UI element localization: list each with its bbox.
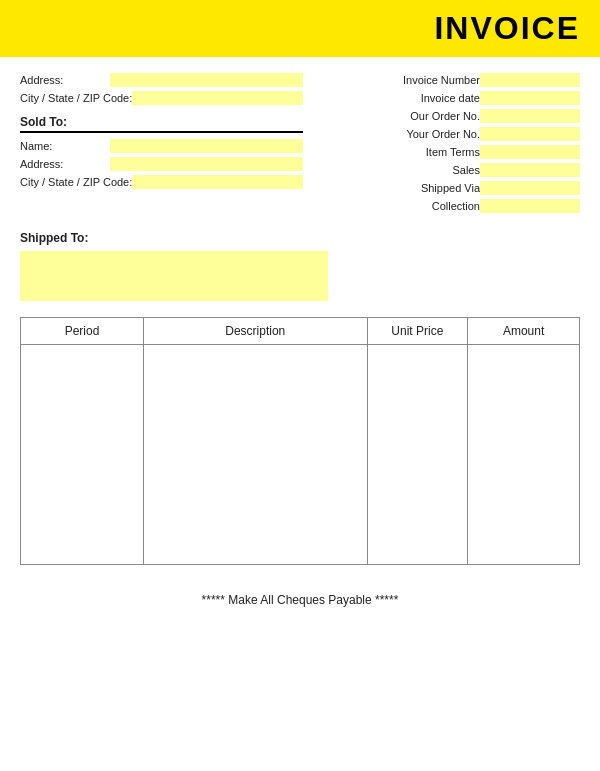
item-terms-row: Item Terms	[323, 145, 580, 159]
address-row: Address:	[20, 73, 303, 87]
footer-text: ***** Make All Cheques Payable *****	[202, 593, 399, 607]
table-row	[21, 345, 580, 565]
invoice-number-field[interactable]	[480, 73, 580, 87]
city-row: City / State / ZIP Code:	[20, 91, 303, 105]
right-column: Invoice Number Invoice date Our Order No…	[313, 73, 580, 217]
col-header-period: Period	[21, 318, 144, 345]
table-cell-description[interactable]	[143, 345, 367, 565]
address2-field[interactable]	[110, 157, 303, 171]
shipped-via-row: Shipped Via	[323, 181, 580, 195]
city2-label: City / State / ZIP Code:	[20, 176, 132, 188]
collection-row: Collection	[323, 199, 580, 213]
table-cell-period[interactable]	[21, 345, 144, 565]
left-column: Address: City / State / ZIP Code: Sold T…	[20, 73, 303, 217]
your-order-label: Your Order No.	[380, 128, 480, 140]
address2-row: Address:	[20, 157, 303, 171]
city2-row: City / State / ZIP Code:	[20, 175, 303, 189]
invoice-table: Period Description Unit Price Amount	[20, 317, 580, 565]
footer: ***** Make All Cheques Payable *****	[0, 593, 600, 607]
invoice-title: INVOICE	[434, 10, 580, 46]
sales-row: Sales	[323, 163, 580, 177]
invoice-date-label: Invoice date	[380, 92, 480, 104]
shipped-to-field[interactable]	[20, 251, 328, 301]
our-order-field[interactable]	[480, 109, 580, 123]
sales-field[interactable]	[480, 163, 580, 177]
main-content: Address: City / State / ZIP Code: Sold T…	[0, 57, 600, 585]
table-header-row: Period Description Unit Price Amount	[21, 318, 580, 345]
name-field[interactable]	[110, 139, 303, 153]
sales-label: Sales	[380, 164, 480, 176]
sold-to-label: Sold To:	[20, 115, 303, 133]
our-order-label: Our Order No.	[380, 110, 480, 122]
sold-to-section: Sold To: Name: Address: City / State / Z…	[20, 115, 303, 189]
invoice-table-section: Period Description Unit Price Amount	[20, 317, 580, 565]
address2-label: Address:	[20, 158, 110, 170]
invoice-number-row: Invoice Number	[323, 73, 580, 87]
top-section: Address: City / State / ZIP Code: Sold T…	[20, 73, 580, 217]
name-row: Name:	[20, 139, 303, 153]
shipped-to-label: Shipped To:	[20, 231, 580, 245]
shipped-via-field[interactable]	[480, 181, 580, 195]
collection-field[interactable]	[480, 199, 580, 213]
shipped-via-label: Shipped Via	[380, 182, 480, 194]
name-label: Name:	[20, 140, 110, 152]
city-label: City / State / ZIP Code:	[20, 92, 132, 104]
city2-field[interactable]	[132, 175, 303, 189]
collection-label: Collection	[380, 200, 480, 212]
address-field[interactable]	[110, 73, 303, 87]
invoice-header: INVOICE	[0, 0, 600, 57]
address-label: Address:	[20, 74, 110, 86]
your-order-row: Your Order No.	[323, 127, 580, 141]
invoice-number-label: Invoice Number	[380, 74, 480, 86]
col-header-description: Description	[143, 318, 367, 345]
invoice-date-row: Invoice date	[323, 91, 580, 105]
city-field[interactable]	[132, 91, 303, 105]
your-order-field[interactable]	[480, 127, 580, 141]
item-terms-field[interactable]	[480, 145, 580, 159]
invoice-date-field[interactable]	[480, 91, 580, 105]
shipped-to-section: Shipped To:	[20, 231, 580, 301]
our-order-row: Our Order No.	[323, 109, 580, 123]
item-terms-label: Item Terms	[380, 146, 480, 158]
table-cell-unit-price[interactable]	[367, 345, 468, 565]
col-header-unit-price: Unit Price	[367, 318, 468, 345]
table-cell-amount[interactable]	[468, 345, 580, 565]
col-header-amount: Amount	[468, 318, 580, 345]
